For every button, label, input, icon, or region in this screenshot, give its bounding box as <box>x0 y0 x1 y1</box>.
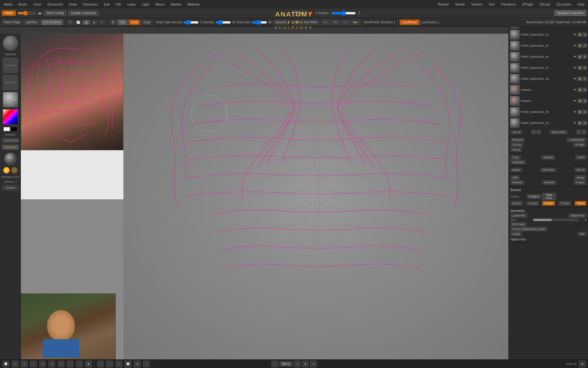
subtool-eye-5[interactable]: 👁 <box>573 77 577 81</box>
subtool-chain-3[interactable]: ⛓ <box>582 55 587 59</box>
append-button[interactable]: Append <box>541 155 555 159</box>
mirror-button[interactable]: Mirror <box>279 361 293 366</box>
menu-tool[interactable]: Tool <box>487 2 496 7</box>
del-all-button[interactable]: Del All <box>575 168 586 172</box>
subtool-lock-9[interactable]: 🔒 <box>578 121 582 125</box>
delete-button[interactable]: Delete <box>511 168 522 172</box>
light-icon-2[interactable] <box>11 167 18 174</box>
subtool-item-6[interactable]: Extract3 👁 🔒 ⛓ <box>509 84 588 95</box>
inflate-slider[interactable] <box>17 11 36 15</box>
bb-btn-9[interactable]: ▦ <box>85 361 92 367</box>
bb-center-btn1[interactable]: ◎ <box>294 361 301 367</box>
subtool-chain-2[interactable]: ⛓ <box>582 44 587 48</box>
alternate-button[interactable]: Alternate <box>2 145 19 150</box>
subtool-lock-5[interactable]: 🔒 <box>578 77 582 81</box>
light-box-button[interactable]: LightBox <box>24 20 40 25</box>
shadow-button[interactable]: Shadow <box>2 185 19 190</box>
m-mirror-btn[interactable]: +M< <box>350 20 360 25</box>
brush-preview[interactable] <box>3 36 18 51</box>
rgb-intensity-slider[interactable] <box>183 21 199 24</box>
x-mirror-btn[interactable]: +X< <box>321 20 330 25</box>
draw-size-slider[interactable] <box>252 21 267 24</box>
tcorns-button[interactable]: TComs <box>559 201 571 205</box>
menu-stroke[interactable]: Stroke <box>454 2 466 7</box>
move-down-icon[interactable]: ↓ <box>537 130 541 134</box>
list-all-button[interactable]: List All <box>511 130 522 134</box>
zsub-button[interactable]: Zsub <box>141 20 152 25</box>
edit-mode-btn[interactable]: ✎ <box>67 20 74 25</box>
alpha-preview[interactable]: Alpha Off <box>3 58 18 73</box>
subtool-item-7[interactable]: Extract1 👁 🔒 ⛓ <box>509 95 588 106</box>
menu-help[interactable]: Help <box>576 2 586 7</box>
remesh-button[interactable]: Remesh <box>542 180 556 185</box>
black-swatch[interactable] <box>11 127 17 131</box>
y-mirror-btn[interactable]: +Y< <box>330 20 340 25</box>
bb-btn-8[interactable]: ⬦ <box>76 361 83 367</box>
menu-transform[interactable]: Transform <box>499 2 517 7</box>
reference-image[interactable] <box>21 34 123 150</box>
subtool-item-4[interactable]: PM3D_Sphere3D1_27 👁 🔒 ⛓ <box>509 62 588 73</box>
subtool-item-8[interactable]: PM3D_Sphere3D1_29 👁 🔒 ⛓ <box>509 106 588 117</box>
light-icon-1[interactable] <box>3 167 10 174</box>
subtool-lock-1[interactable]: 🔒 <box>578 33 582 37</box>
menu-file[interactable]: File <box>115 2 123 7</box>
subtool-chain-4[interactable]: ⛓ <box>582 66 587 70</box>
subtool-eye-7[interactable]: 👁 <box>573 99 577 103</box>
bb-btn-10[interactable]: ⬛ <box>97 361 104 367</box>
white-swatch[interactable] <box>3 127 10 131</box>
auto-reorder-button[interactable]: AutoReorder <box>567 138 586 142</box>
store-config-button[interactable]: Store Config <box>44 10 66 16</box>
menu-document[interactable]: Document <box>46 2 64 7</box>
menu-zplugin[interactable]: ZPlugin <box>521 2 534 7</box>
lower-res-button[interactable]: Lower Res <box>511 213 527 218</box>
menu-color[interactable]: Color <box>32 2 43 7</box>
subtool-chain-1[interactable]: ⛓ <box>582 33 587 37</box>
spotlight-projection-button[interactable]: Spotlight Projection <box>554 10 586 16</box>
subtool-chain-9[interactable]: ⛓ <box>582 121 587 125</box>
copy-button[interactable]: Copy <box>511 155 521 159</box>
draw-mode-btn[interactable]: ⬜ <box>75 20 82 25</box>
menu-brush[interactable]: Brush <box>17 2 28 7</box>
mirror-cube-btn[interactable]: ⬛ <box>271 361 278 367</box>
color-swatch-area[interactable] <box>3 109 18 125</box>
subtool-lock-2[interactable]: 🔒 <box>578 44 582 48</box>
bb-btn-12[interactable]: ⬡ <box>115 361 122 367</box>
higher-res-button[interactable]: Higher Res <box>569 213 586 218</box>
bb-btn-5[interactable]: ⊕ <box>48 361 55 367</box>
subtool-eye-2[interactable]: 👁 <box>573 44 577 48</box>
enable-customize-button[interactable]: Enable Customize <box>68 10 99 16</box>
duplicate-button[interactable]: Duplicate <box>511 160 526 164</box>
all-high-button[interactable]: All High <box>573 143 586 147</box>
bb-btn-15[interactable]: ▽ <box>143 361 150 367</box>
menu-layer[interactable]: Layer <box>126 2 137 7</box>
bb-btn-4[interactable]: ✦ <box>39 361 46 367</box>
menu-draw[interactable]: Draw <box>68 2 78 7</box>
project-button[interactable]: Project <box>574 180 586 185</box>
live-boolean-button[interactable]: Live Boolean <box>41 20 63 25</box>
menu-edit[interactable]: Edit <box>103 2 111 7</box>
merge-button[interactable]: Merge <box>575 175 586 180</box>
del-lower-button[interactable]: Del Lower <box>511 222 527 226</box>
material-mode-btn[interactable]: ◈ <box>91 20 98 25</box>
bb-btn-11[interactable]: ⬚ <box>106 361 113 367</box>
home-page-button[interactable]: Home Page <box>2 20 22 25</box>
zadd-button[interactable]: Zadd <box>129 20 140 25</box>
folder-up-icon[interactable]: ↑ <box>577 130 581 134</box>
divide-button[interactable]: Divide <box>511 232 522 236</box>
color-gradient[interactable] <box>3 109 18 125</box>
subtool-item-3[interactable]: PM3D_Sphere3D1_26 👁 🔒 ⛓ <box>509 51 588 62</box>
subtool-lock-7[interactable]: 🔒 <box>578 99 582 103</box>
boolean-button[interactable]: Boolean <box>511 180 524 185</box>
extract-action-button[interactable]: Extract <box>511 201 523 205</box>
new-folder-button[interactable]: New Folder <box>550 130 567 134</box>
menu-texture[interactable]: Texture <box>470 2 483 7</box>
bb-btn-7[interactable]: ⌇ <box>67 361 74 367</box>
subtool-lock-4[interactable]: 🔒 <box>578 66 582 70</box>
subtool-eye-3[interactable]: 👁 <box>573 55 577 59</box>
switch-color-button[interactable]: SwitchColor <box>2 138 19 143</box>
z-intensity-slider[interactable] <box>216 21 231 24</box>
bb-center-btn2[interactable]: ◉ <box>302 361 309 367</box>
bb-center-btn3[interactable]: ◎ <box>310 361 317 367</box>
smt-button[interactable]: Smt <box>578 232 586 236</box>
menu-marker[interactable]: Marker <box>170 2 183 7</box>
